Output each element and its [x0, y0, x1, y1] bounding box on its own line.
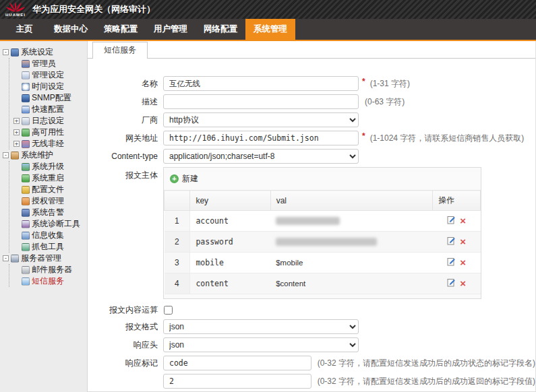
response-mark-hint: (0-32 字符，请配置短信发送成功后的成功状态的标记字段名)	[318, 358, 535, 369]
sidebar-item-high-availability[interactable]: +高可用性	[13, 127, 86, 138]
column-header-ops: 操作	[433, 191, 481, 211]
license-management-icon	[22, 197, 30, 205]
content-type-select[interactable]: application/json;charset=utf-8	[163, 149, 359, 164]
tab-sms-service[interactable]: 短信服务	[92, 42, 148, 59]
sidebar-item-label: 系统设定	[21, 46, 53, 58]
nav-tab-system-management[interactable]: 系统管理	[245, 19, 295, 40]
nav-tab-user-management[interactable]: 用户管理	[146, 19, 196, 40]
snmp-config-icon	[22, 94, 30, 102]
vendor-select[interactable]: http协议	[163, 112, 359, 127]
edit-pencil-icon[interactable]	[447, 216, 456, 226]
delete-x-icon[interactable]: ×	[460, 215, 466, 226]
sidebar-item-license-management[interactable]: -授权管理	[13, 195, 86, 207]
sidebar-item-quick-config[interactable]: -快速配置	[13, 104, 86, 115]
sidebar-item-system-alarm[interactable]: -系统告警	[13, 207, 86, 218]
sidebar-item-snmp-config[interactable]: -SNMP配置	[13, 92, 86, 104]
payload-label: 报文主体	[88, 167, 163, 181]
nav-tab-policy-config[interactable]: 策略配置	[96, 19, 146, 40]
payload-key: mobile	[190, 253, 270, 273]
delete-x-icon[interactable]: ×	[460, 257, 466, 268]
sidebar-item-server-management[interactable]: -服务器管理	[3, 253, 86, 264]
collapse-icon[interactable]: -	[3, 152, 9, 158]
gateway-input[interactable]	[163, 131, 359, 145]
sidebar-item-info-collection[interactable]: -信息收集	[13, 230, 86, 241]
response-mark-label: 响应标记	[88, 358, 163, 369]
sidebar-item-packet-capture[interactable]: -抓包工具	[13, 241, 86, 253]
mail-server-icon	[22, 266, 30, 274]
nav-tab-network-config[interactable]: 网络配置	[196, 19, 245, 40]
response-value-input[interactable]	[163, 374, 311, 389]
description-label: 描述	[88, 96, 163, 108]
app-title: 华为应用安全网关（网络审计）	[32, 3, 155, 15]
sidebar-item-mail-server[interactable]: -邮件服务器	[13, 264, 86, 275]
sidebar-item-label: 邮件服务器	[32, 264, 72, 275]
content-calc-checkbox[interactable]	[164, 306, 173, 315]
navigation-tree: -系统设定-管理员-管理设定-时间设定-SNMP配置-快速配置+日志设定+高可用…	[3, 46, 86, 287]
sidebar-item-system-upgrade[interactable]: -系统升级	[13, 161, 86, 172]
system-upgrade-icon	[22, 163, 30, 171]
column-header-index	[165, 191, 190, 211]
collapse-icon[interactable]: -	[3, 49, 9, 55]
title-bar: HUAWEI 华为应用安全网关（网络审计）	[0, 0, 536, 19]
sidebar-item-system-settings[interactable]: -系统设定	[3, 46, 86, 58]
response-header-label: 响应头	[88, 339, 163, 351]
plus-circle-icon: +	[170, 174, 179, 183]
payload-row-account: 1account×	[165, 211, 481, 232]
sidebar-item-diagnostic-tools[interactable]: -系统诊断工具	[13, 218, 86, 230]
edit-pencil-icon[interactable]	[447, 257, 456, 268]
edit-pencil-icon[interactable]	[447, 236, 456, 247]
row-index: 2	[165, 232, 190, 253]
content-type-label: Content-type	[88, 152, 163, 161]
nav-tab-data-center[interactable]: 数据中心	[46, 19, 96, 40]
collapse-icon[interactable]: -	[3, 255, 9, 261]
sidebar-item-administrator[interactable]: -管理员	[13, 58, 86, 69]
name-label: 名称	[88, 78, 163, 90]
sidebar-item-label: 系统维护	[21, 150, 53, 161]
sidebar-item-label: 系统升级	[32, 161, 64, 172]
column-header-val: val	[270, 191, 433, 211]
payload-val: $content	[276, 280, 305, 288]
sidebar-item-config-file[interactable]: -配置文件	[13, 184, 86, 195]
sidebar-item-time-settings[interactable]: -时间设定	[13, 81, 86, 92]
edit-pencil-icon[interactable]	[447, 278, 456, 289]
delete-x-icon[interactable]: ×	[460, 277, 466, 289]
server-management-icon	[11, 255, 19, 263]
format-label: 报文格式	[88, 321, 163, 333]
system-settings-children: -管理员-管理设定-时间设定-SNMP配置-快速配置+日志设定+高可用性+无线非…	[9, 58, 86, 150]
expand-icon[interactable]: +	[13, 118, 20, 124]
system-maintenance-children: -系统升级-系统重启-配置文件-授权管理-系统告警-系统诊断工具-信息收集-抓包…	[9, 161, 86, 253]
response-mark-input[interactable]	[163, 356, 311, 370]
wireless-non-operation-icon	[22, 140, 30, 148]
sidebar-item-system-maintenance[interactable]: -系统维护	[3, 150, 86, 161]
sidebar-item-log-settings[interactable]: +日志设定	[13, 115, 86, 127]
time-settings-icon	[22, 83, 30, 91]
payload-row-mobile: 3mobile$mobile×	[165, 253, 481, 273]
response-header-select[interactable]: json	[163, 337, 359, 352]
info-collection-icon	[22, 232, 30, 240]
name-input[interactable]	[163, 76, 359, 91]
administrator-icon	[22, 60, 30, 68]
huawei-brand-text: HUAWEI	[5, 13, 26, 17]
description-input[interactable]	[163, 94, 359, 109]
nav-tab-home[interactable]: 主页	[3, 19, 46, 40]
description-hint: (0-63 字符)	[365, 96, 405, 108]
expand-icon[interactable]: +	[13, 141, 20, 147]
sidebar-item-label: 信息收集	[32, 230, 64, 241]
expand-icon[interactable]: +	[13, 129, 20, 135]
new-row-button[interactable]: + 新建	[164, 168, 481, 190]
system-settings-icon	[11, 48, 19, 57]
sidebar-item-label: 系统告警	[32, 207, 64, 218]
column-header-key: key	[190, 191, 270, 211]
sms-service-icon	[22, 277, 30, 286]
delete-x-icon[interactable]: ×	[460, 236, 466, 247]
log-settings-icon	[22, 117, 30, 125]
sidebar-item-wireless-non-operation[interactable]: +无线非经	[13, 138, 86, 150]
sidebar-item-label: 服务器管理	[21, 253, 61, 264]
sidebar-item-admin-settings[interactable]: -管理设定	[13, 69, 86, 81]
payload-key: password	[190, 232, 270, 253]
content-tab-strip: 短信服务	[88, 41, 535, 59]
sidebar-item-system-restart[interactable]: -系统重启	[13, 172, 86, 184]
sidebar-item-sms-service[interactable]: -短信服务	[13, 275, 86, 287]
format-select[interactable]: json	[163, 319, 359, 334]
sidebar-item-label: 授权管理	[32, 195, 64, 207]
